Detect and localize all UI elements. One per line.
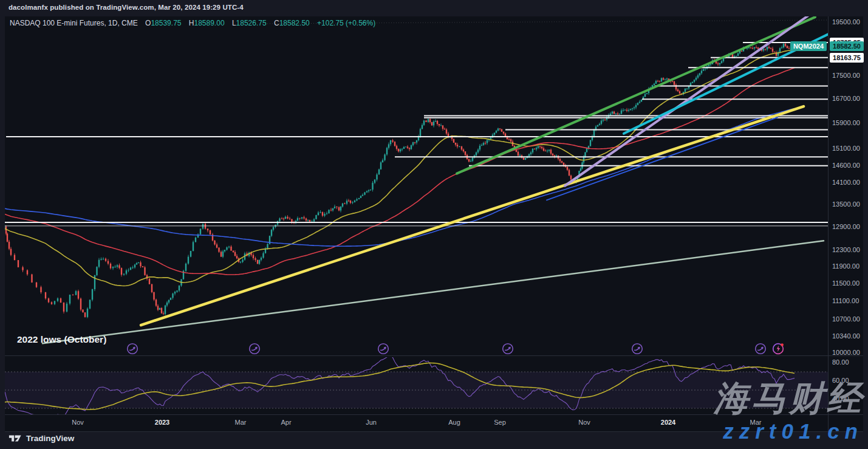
candle-body: [121, 268, 122, 275]
candle-body: [123, 274, 125, 275]
candle-body: [362, 195, 363, 196]
time-axis-month-label: Apr: [281, 419, 291, 426]
futures-roll-arrow-icon[interactable]: [126, 342, 139, 355]
candle-body: [767, 47, 768, 49]
candle-body: [138, 262, 139, 263]
candle-body: [586, 148, 587, 152]
candle-body: [604, 120, 606, 120]
candle-body: [405, 146, 406, 147]
candle-body: [301, 218, 302, 219]
candle-body: [165, 306, 166, 314]
candle-body: [22, 267, 23, 270]
tradingview-footer[interactable]: TradingView: [9, 434, 74, 443]
candle-body: [781, 47, 782, 48]
candle-body: [567, 167, 568, 170]
candle-body: [719, 63, 720, 64]
candle-body: [344, 204, 345, 204]
candle-body: [420, 129, 421, 136]
candle-body: [400, 149, 401, 152]
candle-body: [672, 81, 673, 82]
candle-body: [510, 139, 511, 142]
candle-body: [561, 161, 562, 163]
candle-body: [563, 163, 564, 165]
candle-body: [717, 63, 719, 64]
candle-body: [322, 212, 323, 216]
candle-body: [468, 159, 470, 162]
price-axis-label: 10700.00: [832, 315, 860, 323]
symbol-title: NASDAQ 100 E-mini Futures, 1D, CME: [10, 19, 138, 27]
price-axis-label: 12300.00: [832, 246, 860, 253]
candle-body: [114, 267, 115, 267]
price-axis-label: 10000.00: [832, 349, 860, 356]
candle-body: [140, 262, 141, 266]
candle-body: [267, 244, 268, 248]
candle-body: [285, 217, 286, 219]
candle-body: [315, 215, 316, 219]
candle-body: [654, 84, 655, 85]
candle-body: [360, 196, 361, 197]
candle-body: [663, 78, 664, 80]
candle-body: [705, 69, 706, 69]
candle-body: [218, 248, 219, 252]
alert-flash-icon[interactable]: [771, 342, 785, 355]
candle-body: [661, 78, 662, 82]
candle-body: [485, 143, 486, 143]
candle-body: [185, 264, 186, 271]
price-axis-label: 11500.00: [832, 279, 859, 287]
candle-body: [14, 255, 15, 260]
candle-body: [569, 170, 570, 176]
candle-body: [220, 252, 222, 256]
price-axis[interactable]: 19500.0017500.0016700.0015900.0015100.00…: [829, 16, 865, 431]
time-axis-month-label: Nov: [72, 419, 84, 426]
candle-body: [783, 44, 784, 47]
futures-roll-arrow-icon[interactable]: [377, 342, 390, 355]
rsi-indicator-pane[interactable]: [5, 357, 828, 414]
pane-separator-top[interactable]: [5, 355, 863, 356]
candle-body: [299, 218, 300, 219]
candle-body: [539, 146, 541, 147]
futures-roll-arrow-icon[interactable]: [248, 342, 261, 355]
candle-body: [108, 261, 109, 263]
candle-body: [402, 149, 403, 149]
candle-body: [144, 267, 145, 275]
candle-body: [613, 112, 615, 114]
candle-body: [411, 145, 412, 149]
candle-body: [518, 152, 519, 156]
price-axis-label: 11100.00: [832, 297, 859, 304]
candle-body: [210, 230, 211, 235]
candle-body: [621, 111, 622, 114]
candle-body: [472, 157, 473, 160]
contract-badge[interactable]: NQM2024: [790, 41, 827, 51]
price-level-badge[interactable]: 18163.75: [830, 53, 864, 63]
candle-body: [382, 160, 383, 163]
candle-body: [548, 149, 550, 151]
candle-body: [632, 108, 633, 109]
candle-body: [431, 122, 432, 125]
candle-body: [497, 128, 499, 131]
candle-body: [494, 132, 495, 134]
candle-body: [92, 289, 93, 300]
candle-body: [307, 220, 309, 221]
candle-body: [84, 312, 86, 317]
futures-roll-arrow-icon[interactable]: [630, 342, 644, 355]
symbol-legend[interactable]: NASDAQ 100 E-mini Futures, 1D, CME O1853…: [10, 19, 375, 27]
candle-body: [440, 125, 442, 126]
candle-body: [757, 47, 759, 49]
candle-body: [695, 78, 697, 80]
watermark-cn: 海马财经: [714, 375, 864, 422]
candle-body: [118, 266, 120, 269]
candle-body: [340, 207, 341, 210]
candle-body: [126, 270, 127, 274]
candle-body: [9, 242, 10, 249]
futures-roll-arrow-icon[interactable]: [501, 342, 514, 355]
candle-body: [457, 145, 458, 146]
candle-body: [224, 250, 225, 252]
candle-body: [130, 267, 131, 270]
candle-body: [686, 89, 688, 89]
futures-roll-arrow-icon[interactable]: [754, 342, 767, 355]
time-axis[interactable]: Nov2023MarAprJunAugSepNov2024Mar: [5, 415, 828, 431]
main-price-pane[interactable]: [5, 16, 828, 355]
candle-body: [195, 238, 196, 242]
candle-body: [550, 149, 552, 154]
current-price-badge[interactable]: 18582.50: [830, 41, 864, 51]
